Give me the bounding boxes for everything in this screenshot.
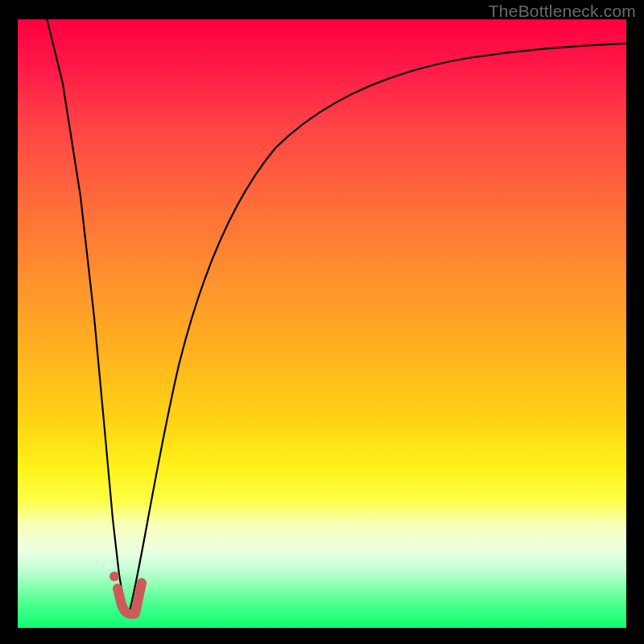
highlight-marker	[118, 583, 142, 614]
plot-area	[18, 19, 626, 628]
highlight-marker-dot	[109, 572, 119, 581]
watermark-text: TheBottleneck.com	[489, 2, 636, 21]
chart-frame: TheBottleneck.com	[0, 0, 644, 644]
curve-left-branch	[45, 19, 128, 617]
curve-layer	[18, 19, 626, 628]
curve-right-branch	[128, 43, 626, 617]
